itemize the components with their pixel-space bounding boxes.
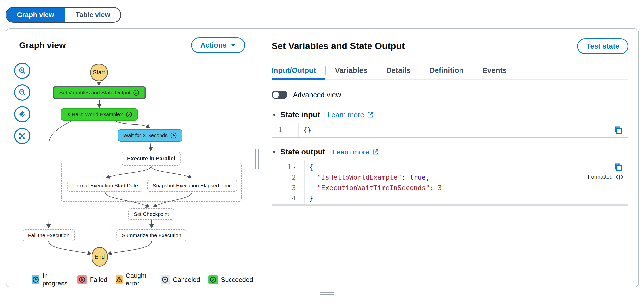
tabs: Input/OutputVariablesDetailsDefinitionEv… bbox=[272, 61, 628, 80]
legend-label: Succeeded bbox=[221, 276, 253, 284]
state-output-learn-more-link[interactable]: Learn more bbox=[333, 148, 379, 156]
legend-label: Caught error bbox=[126, 272, 152, 287]
node-label: Format Execution Start Date bbox=[72, 183, 138, 189]
minus-circle-icon bbox=[160, 275, 170, 284]
tab-definition[interactable]: Definition bbox=[420, 61, 473, 79]
view-toggle: Graph view Table view bbox=[6, 7, 121, 23]
advanced-view-label: Advanced view bbox=[293, 91, 341, 99]
tab-details[interactable]: Details bbox=[377, 61, 420, 79]
bottom-divider bbox=[0, 298, 644, 298]
learn-more-label: Learn more bbox=[328, 111, 364, 119]
node-wait[interactable]: Wait for X Seconds bbox=[118, 129, 182, 142]
node-start[interactable]: Start bbox=[90, 63, 108, 81]
page: Graph view Table view Graph view Actions bbox=[0, 0, 644, 306]
table-view-toggle[interactable]: Table view bbox=[64, 8, 121, 22]
tab-variables[interactable]: Variables bbox=[326, 61, 377, 79]
code-line: } bbox=[304, 193, 628, 203]
legend-label: Canceled bbox=[173, 276, 200, 284]
line-number: 2 bbox=[272, 172, 304, 183]
state-output-heading: State output bbox=[280, 148, 325, 156]
copy-output-button[interactable] bbox=[613, 162, 624, 173]
legend-item: Canceled bbox=[160, 275, 200, 284]
node-label: Execute in Parallel bbox=[127, 155, 175, 162]
state-title: Set Variables and State Output bbox=[272, 41, 405, 51]
tab-events[interactable]: Events bbox=[473, 61, 516, 79]
splitter-grip[interactable] bbox=[256, 149, 259, 169]
state-input-editor[interactable]: 1{} bbox=[272, 123, 628, 138]
test-state-label: Test state bbox=[586, 42, 619, 50]
clock-icon bbox=[32, 275, 39, 284]
node-end[interactable]: End bbox=[92, 247, 108, 267]
node-label: End bbox=[95, 254, 105, 260]
legend-item: Succeeded bbox=[208, 275, 253, 284]
external-link-icon bbox=[372, 148, 379, 156]
node-label: Summarize the Execution bbox=[122, 232, 181, 238]
code-line: "IsHelloWorldExample": true, bbox=[304, 172, 628, 183]
node-label: Set Variables and State Output bbox=[59, 90, 130, 96]
code-line: {} bbox=[298, 123, 628, 137]
code-line: { bbox=[304, 162, 628, 172]
state-input-code: 1{} bbox=[272, 123, 628, 137]
advanced-view-toggle[interactable] bbox=[272, 91, 288, 99]
node-label: Start bbox=[93, 69, 105, 76]
code-row: 2 "IsHelloWorldExample": true, bbox=[272, 172, 628, 183]
collapse-triangle-icon[interactable]: ▼ bbox=[272, 112, 276, 118]
warning-triangle-icon bbox=[116, 275, 123, 284]
state-output-editor[interactable]: 1▾{2 "IsHelloWorldExample": true,3 "Exec… bbox=[272, 160, 628, 206]
node-label: Fail the Execution bbox=[28, 232, 70, 238]
legend-label: In progress bbox=[42, 272, 69, 287]
bottom-splitter-grip[interactable] bbox=[320, 292, 334, 295]
external-link-icon bbox=[366, 111, 374, 119]
graph-panel: Graph view Actions bbox=[6, 29, 254, 287]
line-number: 3 bbox=[272, 183, 304, 193]
node-set-checkpoint[interactable]: Set Checkpoint bbox=[128, 208, 174, 220]
code-line: "ExecutionWaitTimeInSeconds": 3 bbox=[304, 183, 628, 193]
node-summarize-execution[interactable]: Summarize the Execution bbox=[116, 229, 186, 241]
node-snapshot-elapsed-time[interactable]: Snapshot Execution Elapsed Time bbox=[147, 180, 237, 192]
x-circle-icon bbox=[78, 275, 87, 284]
main-card: Graph view Actions bbox=[6, 28, 639, 288]
formatted-indicator[interactable]: Formatted bbox=[588, 174, 624, 180]
node-fail-execution[interactable]: Fail the Execution bbox=[23, 229, 75, 241]
line-number: 4 bbox=[272, 193, 304, 203]
legend-label: Failed bbox=[90, 276, 107, 284]
panel-splitter[interactable] bbox=[254, 29, 260, 287]
legend-item: Caught error bbox=[116, 272, 152, 287]
node-execute-in-parallel[interactable]: Execute in Parallel bbox=[122, 152, 180, 166]
in-progress-icon bbox=[170, 132, 177, 139]
test-state-button[interactable]: Test state bbox=[577, 38, 628, 54]
code-view-icon bbox=[616, 174, 624, 180]
node-is-hello-world[interactable]: Is Hello World Example? bbox=[61, 108, 138, 121]
graph-canvas[interactable]: Start Set Variables and State Output Is … bbox=[6, 29, 254, 272]
node-set-variables[interactable]: Set Variables and State Output bbox=[53, 86, 146, 99]
succeeded-icon bbox=[126, 111, 132, 118]
code-row: 1▾{ bbox=[272, 162, 628, 172]
collapse-triangle-icon[interactable]: ▼ bbox=[272, 149, 276, 155]
graph-view-toggle[interactable]: Graph view bbox=[6, 8, 64, 22]
tab-input-output[interactable]: Input/Output bbox=[272, 61, 326, 79]
bottom-splitter[interactable] bbox=[0, 291, 644, 296]
learn-more-label: Learn more bbox=[333, 148, 369, 156]
state-input-heading: State input bbox=[280, 110, 320, 119]
check-circle-icon bbox=[208, 275, 218, 284]
copy-icon bbox=[613, 125, 623, 135]
state-input-learn-more-link[interactable]: Learn more bbox=[328, 111, 374, 119]
formatted-label: Formatted bbox=[588, 174, 612, 180]
toggle-knob bbox=[272, 92, 279, 98]
node-label: Snapshot Execution Elapsed Time bbox=[152, 183, 232, 189]
copy-icon bbox=[613, 162, 623, 172]
node-label: Set Checkpoint bbox=[134, 211, 169, 217]
copy-input-button[interactable] bbox=[613, 125, 624, 136]
legend-item: Failed bbox=[78, 275, 107, 284]
code-row: 4} bbox=[272, 193, 628, 203]
status-legend: In progressFailedCaught errorCanceledSuc… bbox=[6, 272, 253, 287]
line-number: 1 bbox=[272, 123, 298, 137]
code-row: 3 "ExecutionWaitTimeInSeconds": 3 bbox=[272, 183, 628, 193]
node-label: Is Hello World Example? bbox=[66, 111, 123, 117]
fold-arrow-icon[interactable]: ▾ bbox=[293, 162, 296, 172]
code-row: 1{} bbox=[272, 123, 628, 137]
legend-item: In progress bbox=[32, 272, 69, 287]
node-label: Wait for X Seconds bbox=[124, 132, 168, 138]
details-panel: Set Variables and State Output Test stat… bbox=[260, 29, 638, 287]
node-format-start-date[interactable]: Format Execution Start Date bbox=[67, 180, 144, 192]
